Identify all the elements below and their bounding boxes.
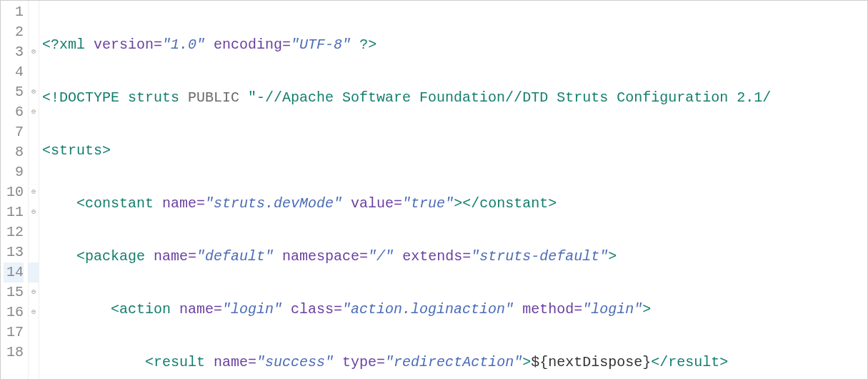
- fold-icon[interactable]: ⊖: [29, 202, 39, 222]
- xml-declaration: <?xml: [42, 36, 85, 53]
- attr-value: "action.loginaction": [342, 301, 514, 318]
- tag-constant: <constant: [76, 195, 154, 212]
- attr-version: version=: [94, 36, 162, 53]
- attr-name: name=: [154, 195, 205, 212]
- attr-encoding: encoding=: [214, 36, 291, 53]
- code-line[interactable]: <constant name="struts.devMode" value="t…: [42, 194, 864, 214]
- attr-class: class=: [282, 301, 342, 318]
- line-number-gutter: 1 2 3 4 5 6 7 8 9 10 11 12 13 14 15 16 1…: [1, 1, 29, 379]
- line-number: 12: [4, 222, 24, 242]
- fold-icon[interactable]: [29, 323, 39, 343]
- fold-icon[interactable]: [29, 222, 39, 242]
- tag-close: </result>: [651, 354, 728, 370]
- attr-value: "1.0": [162, 36, 205, 53]
- tag-close: >: [642, 301, 651, 318]
- fold-icon[interactable]: ⊖: [29, 42, 39, 62]
- doctype: <!DOCTYPE struts: [42, 89, 188, 106]
- fold-icon[interactable]: ⊖: [29, 82, 39, 102]
- attr-value: "default": [196, 248, 274, 265]
- line-number: 4: [4, 62, 24, 82]
- code-area[interactable]: <?xml version="1.0" encoding="UTF-8" ?> …: [39, 1, 867, 379]
- line-number: 1: [4, 2, 24, 22]
- code-line[interactable]: <result name="success" type="redirectAct…: [42, 353, 864, 373]
- line-number: 5: [4, 82, 24, 102]
- fold-icon[interactable]: [29, 343, 39, 363]
- tag-result: <result: [145, 354, 205, 370]
- fold-icon[interactable]: ⊖: [29, 282, 39, 302]
- line-number: 2: [4, 22, 24, 42]
- line-number: 7: [4, 122, 24, 142]
- line-number: 6: [4, 102, 24, 122]
- fold-gutter: ⊖ ⊖ ⊖ ⊖ ⊖ ⊖ ⊖: [29, 1, 39, 379]
- fold-icon[interactable]: [29, 242, 39, 262]
- code-line[interactable]: <?xml version="1.0" encoding="UTF-8" ?>: [42, 35, 864, 55]
- doctype-string: "-//Apache Software Foundation//DTD Stru…: [248, 89, 771, 106]
- attr-name: name=: [171, 301, 222, 318]
- tag-action: <action: [111, 301, 171, 318]
- attr-value: "struts-default": [471, 248, 608, 265]
- tag-close: >: [522, 354, 531, 370]
- attr-value: "/": [368, 248, 394, 265]
- attr-value: "true": [402, 195, 454, 212]
- fold-icon[interactable]: [29, 62, 39, 82]
- attr-value: "redirectAction": [385, 354, 522, 370]
- attr-type: type=: [334, 354, 385, 370]
- attr-value-attr: value=: [342, 195, 402, 212]
- fold-icon[interactable]: [29, 162, 39, 182]
- line-number: 11: [4, 202, 24, 222]
- fold-icon[interactable]: [29, 262, 39, 282]
- attr-extends: extends=: [394, 248, 471, 265]
- xml-close: ?>: [359, 36, 376, 53]
- code-editor: 1 2 3 4 5 6 7 8 9 10 11 12 13 14 15 16 1…: [1, 1, 867, 379]
- line-number: 17: [4, 323, 24, 343]
- code-line[interactable]: <struts>: [42, 141, 864, 161]
- fold-icon[interactable]: [29, 2, 39, 22]
- line-number: 8: [4, 142, 24, 162]
- attr-value: "login": [582, 301, 642, 318]
- fold-icon[interactable]: ⊖: [29, 182, 39, 202]
- line-number: 16: [4, 302, 24, 323]
- line-number: 10: [4, 182, 24, 202]
- fold-icon[interactable]: [29, 122, 39, 142]
- attr-name: name=: [145, 248, 196, 265]
- line-number: 18: [4, 343, 24, 363]
- text-content: ${nextDispose}: [531, 354, 651, 370]
- attr-value: "login": [222, 301, 282, 318]
- attr-name: name=: [205, 354, 256, 370]
- attr-method: method=: [514, 301, 582, 318]
- attr-value: "success": [256, 354, 334, 370]
- attr-value: "UTF-8": [291, 36, 351, 53]
- line-number: 3: [4, 42, 24, 62]
- code-line[interactable]: <action name="login" class="action.login…: [42, 300, 864, 320]
- doctype-public: PUBLIC: [188, 89, 248, 106]
- tag-close: ></constant>: [454, 195, 557, 212]
- tag-close: >: [608, 248, 617, 265]
- code-line[interactable]: <!DOCTYPE struts PUBLIC "-//Apache Softw…: [42, 88, 864, 108]
- code-line[interactable]: <package name="default" namespace="/" ex…: [42, 247, 864, 267]
- tag-struts: <struts>: [42, 142, 111, 159]
- attr-namespace: namespace=: [274, 248, 368, 265]
- line-number: 14: [4, 262, 24, 282]
- fold-icon[interactable]: [29, 22, 39, 42]
- line-number: 15: [4, 282, 24, 302]
- line-number: 13: [4, 242, 24, 262]
- fold-icon[interactable]: ⊖: [29, 302, 39, 323]
- line-number: 9: [4, 162, 24, 182]
- tag-package: <package: [76, 248, 145, 265]
- attr-value: "struts.devMode": [205, 195, 342, 212]
- fold-icon[interactable]: ⊖: [29, 102, 39, 122]
- fold-icon[interactable]: [29, 142, 39, 162]
